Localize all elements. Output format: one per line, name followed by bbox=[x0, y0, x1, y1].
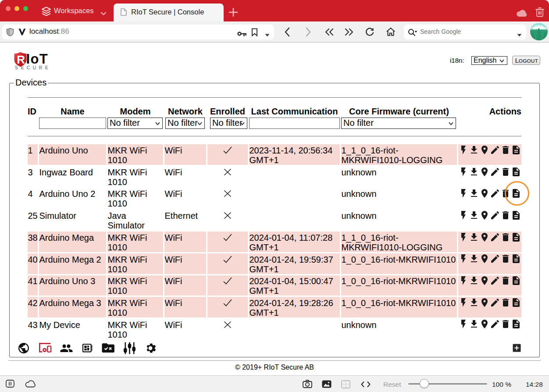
svg-text:SECURE: SECURE bbox=[15, 65, 48, 70]
